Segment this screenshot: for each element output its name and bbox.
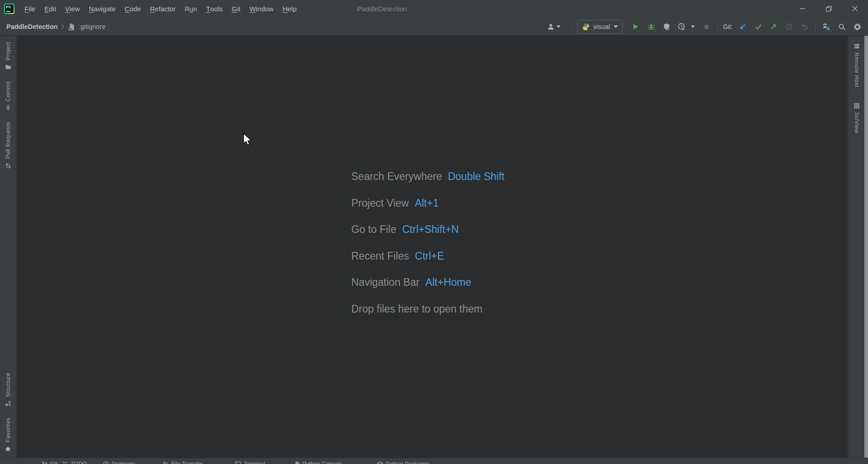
menu-git[interactable]: Git — [227, 0, 245, 17]
menu-edit[interactable]: Edit — [40, 0, 61, 17]
local-history-button[interactable] — [783, 20, 795, 33]
hint-shortcut[interactable]: Double Shift — [448, 170, 505, 183]
tool-button-file-transfer[interactable]: File Transfer — [163, 461, 203, 464]
grid-icon — [854, 103, 860, 109]
menu-item-text: elp — [288, 5, 297, 13]
tool-button-project[interactable]: Project — [5, 42, 11, 70]
menu-item-text: ode — [130, 5, 141, 13]
menu-file[interactable]: File — [20, 0, 40, 17]
rollback-button[interactable] — [798, 20, 811, 33]
hint-shortcut[interactable]: Ctrl+E — [415, 250, 444, 262]
tool-button-terminal[interactable]: Terminal — [235, 461, 265, 464]
git-update-button[interactable] — [736, 20, 749, 33]
stop-button[interactable] — [700, 20, 712, 33]
code-with-me-button[interactable] — [547, 23, 561, 31]
tool-button-label: Python Packages — [386, 461, 429, 464]
pycharm-logo-bar — [6, 11, 10, 12]
tool-button-pull-requests[interactable]: Pull Requests — [5, 122, 11, 168]
tool-button-label: TODO — [71, 461, 87, 464]
run-with-coverage-button[interactable] — [660, 20, 673, 33]
menu-code[interactable]: Code — [120, 0, 146, 17]
tool-button-git[interactable]: Git — [42, 461, 57, 464]
star-icon — [5, 445, 11, 452]
window-controls — [789, 0, 868, 17]
chevron-down-icon — [557, 25, 561, 28]
tool-button-todo[interactable]: TODO — [62, 461, 87, 464]
hint-row: Navigation Bar Alt+Home — [351, 276, 471, 289]
git-push-button[interactable] — [767, 20, 780, 33]
menu-item-text: R — [184, 5, 189, 13]
folder-icon — [5, 64, 11, 70]
tool-button-label: File Transfer — [171, 461, 203, 464]
interpreter-selector[interactable]: visual — [577, 20, 623, 34]
minimize-button[interactable] — [789, 0, 816, 17]
tool-button-label: Structure — [5, 373, 11, 397]
chevron-down-icon — [691, 25, 695, 28]
menu-run[interactable]: Run — [180, 0, 202, 17]
search-icon — [838, 23, 846, 31]
tool-button-structure[interactable]: Structure — [5, 373, 11, 407]
menu-item-text: ools — [210, 5, 223, 13]
close-button[interactable] — [842, 0, 868, 17]
packages-icon — [377, 461, 383, 464]
translate-button[interactable]: A — [820, 20, 833, 33]
menu-item-text: R — [150, 5, 155, 13]
commit-node-icon — [5, 104, 11, 111]
hint-shortcut[interactable]: Alt+1 — [415, 197, 439, 209]
tool-button-problems[interactable]: Problems — [103, 461, 136, 464]
window-edge-strip[interactable] — [864, 36, 868, 464]
profiler-button[interactable] — [675, 20, 688, 33]
tool-button-python-console[interactable]: Python Console — [294, 461, 342, 464]
git-branch-icon — [42, 461, 47, 464]
hint-row: Search Everywhere Double Shift — [351, 170, 505, 183]
hint-label: Project View — [351, 197, 409, 209]
menu-item-text: C — [125, 5, 130, 13]
problems-icon — [103, 461, 109, 464]
hint-shortcut[interactable]: Ctrl+Shift+N — [402, 223, 459, 236]
menu-item-text: N — [89, 5, 94, 13]
users-icon — [547, 23, 555, 31]
breadcrumb-project[interactable]: PaddleDetection — [6, 23, 58, 30]
tool-button-commit[interactable]: Commit — [5, 81, 11, 111]
tool-button-python-packages[interactable]: Python Packages — [377, 461, 429, 464]
hint-row: Recent Files Ctrl+E — [351, 250, 444, 262]
hint-label: Search Everywhere — [351, 170, 442, 183]
menu-item-text: it — [237, 5, 241, 13]
menu-help[interactable]: Help — [278, 0, 301, 17]
menu-item-text: E — [44, 5, 49, 13]
settings-button[interactable] — [851, 20, 863, 33]
breadcrumb-file[interactable]: .gitignore — [79, 23, 106, 30]
menu-item-text: n — [193, 5, 197, 13]
menu-item-text: V — [65, 5, 70, 13]
menu-tools[interactable]: Tools — [202, 0, 227, 17]
pull-request-icon — [5, 162, 11, 169]
todo-list-icon — [62, 461, 68, 464]
menu-view[interactable]: View — [61, 0, 85, 17]
tool-button-label: Project — [5, 42, 11, 61]
tool-button-remote-host[interactable]: Remote Host — [854, 43, 860, 87]
window-title: PaddleDetection — [357, 0, 407, 17]
menu-item-text: F — [24, 5, 28, 13]
tool-button-favorites[interactable]: Favorites — [5, 417, 11, 452]
interpreter-name: visual — [593, 23, 610, 30]
breadcrumb-chevron-icon — [61, 24, 65, 29]
run-icon — [632, 23, 639, 30]
menu-navigate[interactable]: Navigate — [85, 0, 120, 17]
hint-shortcut[interactable]: Alt+Home — [425, 276, 472, 289]
run-button[interactable] — [629, 20, 642, 33]
run-options-button[interactable] — [688, 20, 697, 33]
menu-item-text: iew — [70, 5, 80, 13]
search-everywhere-button[interactable] — [835, 20, 848, 33]
python-console-icon — [294, 461, 300, 464]
update-project-icon — [739, 23, 746, 30]
debug-button[interactable] — [645, 20, 657, 33]
restore-button[interactable] — [816, 0, 842, 17]
stop-icon — [703, 24, 710, 30]
git-commit-button[interactable] — [752, 20, 764, 33]
menu-refactor[interactable]: Refactor — [146, 0, 180, 17]
menu-window[interactable]: Window — [245, 0, 278, 17]
tool-button-sciview[interactable]: SciView — [854, 103, 860, 133]
hint-row: Go to File Ctrl+Shift+N — [351, 223, 459, 236]
coverage-shield-icon — [663, 23, 670, 31]
menu-item-text: dit — [49, 5, 56, 13]
